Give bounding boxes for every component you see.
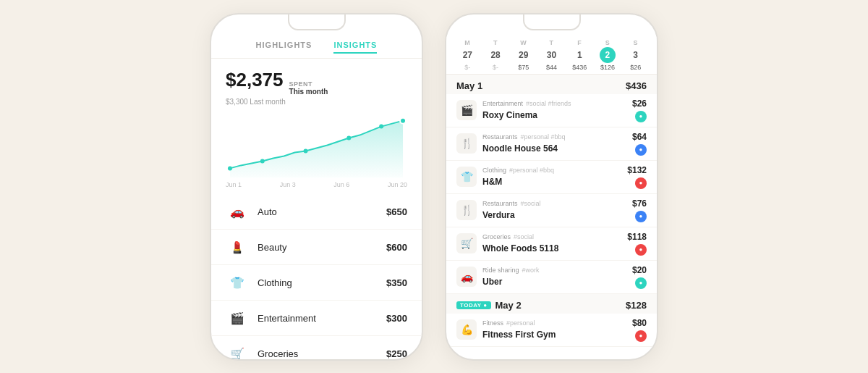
- calendar-day[interactable]: W 29 $75: [509, 39, 537, 71]
- transaction-meta: Ride sharing #work: [482, 267, 632, 274]
- category-name: Groceries: [258, 348, 386, 359]
- category-icon: 💄: [226, 235, 249, 259]
- spending-header: $2,375 SPENT This month $3,300 Last mont…: [211, 59, 422, 111]
- transaction-category: Clothing: [482, 167, 506, 174]
- transaction-meta: Restaurants #social: [482, 200, 632, 207]
- day-amount: $-: [464, 64, 470, 71]
- calendar-day[interactable]: T 28 $-: [482, 39, 510, 71]
- transaction-meta: Groceries #social: [482, 233, 627, 240]
- transaction-item[interactable]: 👕 Clothing #personal #bbq H&M $132 ●: [446, 161, 657, 194]
- transaction-amount: $80: [632, 318, 647, 328]
- transaction-meta: Restaurants #personal #bbq: [482, 133, 632, 141]
- day-amount: $44: [546, 64, 557, 71]
- transaction-category: Ride sharing: [482, 267, 519, 274]
- day-name: T: [550, 39, 554, 46]
- svg-point-1: [260, 159, 265, 164]
- transaction-meta: Entertainment #social #friends: [482, 100, 632, 107]
- transactions-scroll[interactable]: May 1 $436 🎬 Entertainment #social #frie…: [446, 75, 657, 348]
- transaction-tags: #personal: [506, 319, 535, 327]
- day-name: T: [493, 39, 498, 46]
- transaction-name: Verdura: [482, 210, 515, 220]
- day-amount: $26: [630, 64, 641, 71]
- calendar-day[interactable]: T 30 $44: [537, 39, 566, 71]
- period-label: This month: [289, 88, 328, 96]
- notch: [288, 14, 346, 30]
- transaction-meta: Fitness #personal: [482, 319, 632, 327]
- category-item[interactable]: 🎬 Entertainment $300: [211, 301, 422, 336]
- transaction-name: Whole Foods 5118: [482, 243, 558, 253]
- transaction-details: Restaurants #social Verdura: [482, 200, 632, 221]
- right-phone: M 27 $- T 28 $- W 29 $75 T 30 $44 F 1 $4…: [445, 13, 658, 361]
- date-total: $436: [626, 80, 647, 91]
- transaction-category: Restaurants: [482, 200, 518, 207]
- calendar-day[interactable]: M 27 $-: [454, 39, 482, 71]
- chart-label-2: Jun 3: [280, 181, 296, 188]
- transaction-item[interactable]: 🛒 Groceries #social Whole Foods 5118 $11…: [446, 227, 657, 261]
- category-item[interactable]: 💄 Beauty $600: [211, 230, 422, 265]
- transaction-tags: #social: [514, 233, 534, 240]
- category-amount: $300: [386, 313, 407, 324]
- transaction-category: Groceries: [482, 233, 511, 240]
- day-name: S: [605, 39, 610, 46]
- transaction-item[interactable]: 🚗 Ride sharing #work Uber $20 ●: [446, 261, 657, 294]
- transaction-item[interactable]: 🍴 Restaurants #personal #bbq Noodle Hous…: [446, 127, 657, 161]
- transaction-item[interactable]: 🎬 Entertainment #family Netflix $16 ●: [446, 347, 657, 348]
- chart-label-3: Jun 6: [333, 181, 349, 188]
- transaction-amount: $26: [632, 99, 647, 109]
- transaction-name: H&M: [482, 177, 502, 187]
- transaction-details: Groceries #social Whole Foods 5118: [482, 233, 627, 254]
- category-name: Clothing: [258, 277, 386, 288]
- transaction-name: Roxy Cinema: [482, 110, 537, 120]
- transaction-details: Ride sharing #work Uber: [482, 267, 632, 288]
- transaction-icon: 💪: [456, 319, 477, 340]
- category-icon: 🛒: [226, 342, 249, 359]
- category-item[interactable]: 🚗 Auto $650: [211, 194, 422, 230]
- calendar-day[interactable]: S 2 $126: [594, 39, 622, 71]
- transaction-category: Restaurants: [482, 133, 518, 141]
- category-amount: $350: [386, 277, 407, 288]
- transaction-amount: $64: [632, 132, 647, 142]
- transaction-dot: ●: [635, 330, 647, 342]
- category-name: Beauty: [258, 242, 386, 253]
- calendar-day[interactable]: S 3 $26: [621, 39, 650, 71]
- transaction-right: $26 ●: [632, 99, 647, 122]
- day-amount: $-: [493, 64, 498, 71]
- svg-point-3: [346, 136, 351, 141]
- transaction-dot: ●: [635, 111, 647, 122]
- date-title-today: TODAY ● May 2: [456, 300, 522, 311]
- tab-insights[interactable]: INSIGHTS: [333, 41, 377, 54]
- transaction-item[interactable]: 🎬 Entertainment #social #friends Roxy Ci…: [446, 94, 657, 127]
- spending-chart: Jun 1 Jun 3 Jun 6 Jun 20: [211, 110, 422, 190]
- transaction-dot: ●: [635, 277, 647, 289]
- spent-label: SPENT: [289, 80, 328, 88]
- category-item[interactable]: 🛒 Groceries $250: [211, 336, 422, 359]
- tab-highlights[interactable]: HIGHLIGHTS: [256, 41, 312, 54]
- transaction-item[interactable]: 🍴 Restaurants #social Verdura $76 ●: [446, 194, 657, 227]
- transaction-category: Fitness: [482, 319, 503, 327]
- category-item[interactable]: 👕 Clothing $350: [211, 265, 422, 301]
- day-number: 3: [628, 47, 644, 63]
- transaction-dot: ●: [635, 177, 647, 189]
- category-icon: 🚗: [226, 200, 249, 223]
- transaction-amount: $132: [627, 165, 647, 175]
- transaction-dot: ●: [635, 144, 647, 156]
- transaction-dot: ●: [635, 244, 647, 256]
- day-number: 30: [544, 47, 560, 63]
- category-name: Entertainment: [258, 313, 386, 324]
- svg-point-0: [228, 167, 232, 171]
- transaction-item[interactable]: 💪 Fitness #personal Fitness First Gym $8…: [446, 314, 657, 347]
- transaction-icon: 🚗: [456, 267, 477, 287]
- transaction-category: Entertainment: [482, 100, 523, 107]
- transaction-tags: #social #friends: [526, 100, 571, 107]
- chart-label-4: Jun 20: [388, 181, 407, 188]
- calendar-day[interactable]: F 1 $436: [566, 39, 594, 71]
- day-number: 27: [459, 47, 475, 63]
- transaction-icon: 🛒: [456, 233, 477, 253]
- day-number: 29: [516, 47, 532, 63]
- category-amount: $650: [386, 206, 407, 217]
- transaction-right: $132 ●: [627, 165, 647, 189]
- transaction-right: $76 ●: [632, 198, 647, 222]
- transaction-right: $20 ●: [632, 265, 647, 289]
- transaction-right: $64 ●: [632, 132, 647, 156]
- day-name: F: [577, 39, 582, 46]
